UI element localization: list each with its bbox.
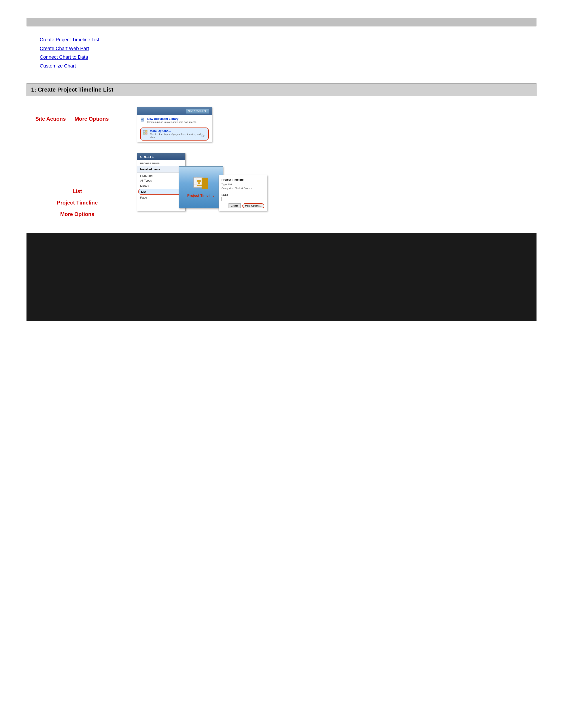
detail-card-name-label: Name [221, 193, 264, 196]
detail-card-categories: Categories: Blank & Custom [221, 186, 264, 190]
project-timeline-label: Project Timeline [187, 194, 214, 198]
create-filter-list[interactable]: List [138, 189, 184, 195]
toc-link-4[interactable]: Customize Chart [40, 62, 537, 70]
svg-rect-16 [197, 180, 201, 182]
create-installed-items[interactable]: Installed Items › [137, 166, 185, 173]
svg-rect-14 [201, 178, 208, 189]
sa-item-new-doc-library[interactable]: New Document Library Create a place to s… [137, 115, 212, 126]
top-header-bar [26, 18, 537, 26]
svg-rect-7 [143, 133, 145, 134]
detail-create-button[interactable]: Create [228, 203, 241, 208]
create-dialog-area: CREATE Browse From: Installed Items › Fi… [137, 153, 537, 211]
instruction-list: List [73, 186, 82, 197]
create-filter-all-types[interactable]: All Types [137, 178, 185, 183]
instruction-project-timeline: Project Timeline [57, 197, 98, 208]
instruction-more-options-2: More Options [60, 209, 94, 220]
more-options-desc: Create other types of pages, lists, libr… [150, 133, 206, 139]
detail-card-name-input[interactable] [221, 197, 264, 201]
svg-rect-5 [143, 130, 145, 132]
detail-card: Project Timeline Type: List Categories: … [218, 175, 267, 211]
create-filter-by-label: Filter By: [137, 173, 185, 178]
sa-header-bar: Site Actions ▼ [137, 107, 212, 115]
more-options-title[interactable]: More Options... [150, 129, 206, 133]
detail-card-type: Type: List [221, 183, 264, 186]
cursor-icon: ☞ [201, 133, 205, 138]
detail-card-title: Project Timeline [221, 178, 264, 181]
table-of-contents: Create Project Timeline List Create Char… [40, 35, 537, 70]
svg-rect-6 [145, 130, 147, 132]
detail-card-buttons: Create More Options... [221, 203, 264, 208]
instruction-more-options-1: More Options [75, 114, 109, 124]
toc-link-1[interactable]: Create Project Timeline List [40, 35, 537, 44]
svg-rect-18 [197, 185, 201, 186]
project-timeline-card[interactable]: Project Timeline [179, 166, 223, 208]
toc-link-2[interactable]: Create Chart Web Part [40, 44, 537, 53]
sa-item-more-options[interactable]: More Options... Create other types of pa… [140, 128, 209, 141]
svg-rect-17 [197, 182, 200, 184]
toc-link-3[interactable]: Connect Chart to Data [40, 53, 537, 62]
new-doc-library-title[interactable]: New Document Library [147, 117, 196, 120]
sa-dropdown-menu: New Document Library Create a place to s… [137, 115, 212, 142]
detail-card-name-input-group: Name [221, 193, 264, 201]
site-actions-screenshot: Site Actions ▼ [137, 107, 212, 142]
svg-rect-4 [141, 121, 142, 121]
bottom-dark-section [26, 233, 537, 321]
svg-rect-8 [145, 133, 147, 134]
screenshots-column: Site Actions ▼ [137, 107, 537, 220]
section1-content: Site Actions More Options List Project T… [35, 107, 537, 220]
sa-item-more-options-wrapper: More Options... Create other types of pa… [137, 126, 212, 142]
section1-header: 1: Create Project Timeline List [26, 83, 537, 96]
create-browse-from-label: Browse From: [137, 160, 185, 166]
create-panel-header: CREATE [137, 153, 185, 160]
svg-rect-2 [141, 119, 143, 120]
svg-rect-3 [141, 120, 143, 120]
new-doc-library-icon [140, 118, 145, 122]
create-filter-library[interactable]: Library [137, 183, 185, 188]
create-panel: CREATE Browse From: Installed Items › Fi… [137, 153, 185, 211]
detail-more-options-button[interactable]: More Options... [242, 203, 264, 208]
more-options-icon [143, 130, 148, 135]
instruction-site-actions: Site Actions [35, 114, 66, 124]
site-actions-button[interactable]: Site Actions ▼ [186, 109, 209, 114]
create-filter-page[interactable]: Page [137, 195, 185, 200]
new-doc-library-desc: Create a place to store and share docume… [147, 120, 196, 124]
project-timeline-icon [193, 177, 209, 190]
instructions-block-1: Site Actions More Options List Project T… [35, 107, 119, 220]
